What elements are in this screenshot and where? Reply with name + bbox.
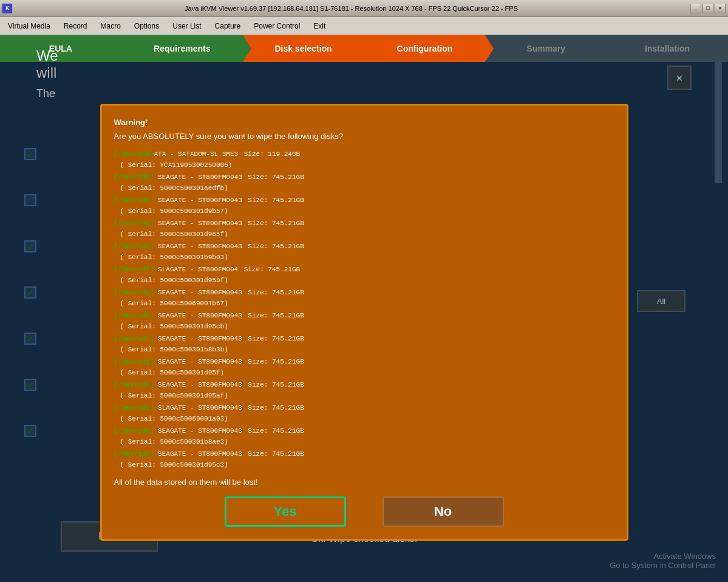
menu-power-control[interactable]: Power Control	[248, 19, 305, 33]
app-icon: K	[2, 4, 12, 13]
disk-entry: [/dev/sdf] SLAGATE - ST800FM004 Size: 74…	[114, 263, 614, 285]
dialog-question-text: Are you ABSOLUTELY sure you want to wipe…	[114, 132, 614, 141]
disk-entry: [/dev/sdl] SLAGATE - ST800FM0043 Size: 7…	[114, 402, 614, 424]
menu-options[interactable]: Options	[129, 19, 165, 33]
dialog-buttons: Yes No	[114, 496, 614, 527]
title-bar: K Java iKVM Viewer v1.69.37 [192.168.64.…	[0, 0, 728, 17]
window-controls: _ □ ✕	[690, 4, 726, 13]
no-button[interactable]: No	[383, 496, 504, 527]
dialog-bottom-warning: All of the data stored on them will be l…	[114, 478, 614, 487]
disk-entry: [/dev/sdi] SEAGATE - ST800FM0043 Size: 7…	[114, 333, 614, 354]
dialog-disk-list: [/dev/sda]ATA - SATADOM-SL 3ME3 Size: 11…	[114, 148, 614, 470]
menu-virtual-media[interactable]: Virtual Media	[2, 19, 56, 33]
menu-bar: Virtual Media Record Macro Options User …	[0, 17, 728, 35]
menu-user-list[interactable]: User List	[167, 19, 206, 33]
disk-entry: [/dev/sdh] SEAGATE - ST800FM0043 Size: 7…	[114, 310, 614, 331]
dialog-overlay: Warning! Are you ABSOLUTELY sure you wan…	[0, 62, 728, 582]
dialog-warning-title: Warning!	[114, 118, 614, 127]
disk-entry: [/dev/sdn] SEAGATE - ST800FM0043 Size: 7…	[114, 448, 614, 470]
disk-entry: [/dev/sdd] SEAGATE - ST800FM0043 Size: 7…	[114, 217, 614, 239]
warning-dialog: Warning! Are you ABSOLUTELY sure you wan…	[100, 104, 628, 541]
disk-entry: [/dev/sda]ATA - SATADOM-SL 3ME3 Size: 11…	[114, 148, 614, 170]
disk-entry: [/dev/sdj] SEAGATE - ST800FM0043 Size: 7…	[114, 356, 614, 377]
disk-entry: [/dev/sdm] SEAGATE - ST800FM0043 Size: 7…	[114, 425, 614, 447]
bg-title-line1: We	[36, 47, 58, 64]
menu-capture[interactable]: Capture	[209, 19, 247, 33]
window-title: Java iKVM Viewer v1.69.37 [192.168.64.18…	[12, 5, 690, 12]
menu-record[interactable]: Record	[58, 19, 93, 33]
menu-exit[interactable]: Exit	[308, 19, 331, 33]
minimize-button[interactable]: _	[690, 4, 701, 13]
yes-button[interactable]: Yes	[225, 496, 346, 527]
disk-entry: [/dev/sdk] SEAGATE - ST800FM0043 Size: 7…	[114, 379, 614, 401]
restore-button[interactable]: □	[702, 4, 713, 13]
disk-entry: [/dev/sdb] SEAGATE - ST800FM0043 Size: 7…	[114, 171, 614, 193]
disk-entry: [/dev/sdg] SEAGATE - ST800FM0043 Size: 7…	[114, 286, 614, 308]
disk-entry: [/dev/sdc] SEAGATE - ST800FM0043 Size: 7…	[114, 194, 614, 216]
disk-entry: [/dev/sde] SEAGATE - ST800FM0043 Size: 7…	[114, 240, 614, 262]
main-area: EULA Requirements Disk selection Configu…	[0, 35, 728, 582]
menu-macro[interactable]: Macro	[95, 19, 126, 33]
close-button[interactable]: ✕	[715, 4, 726, 13]
